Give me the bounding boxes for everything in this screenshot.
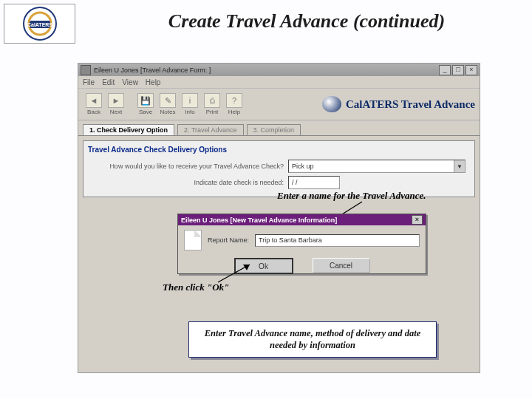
footer-instruction: Enter Travel Advance name, method of del…: [188, 321, 437, 358]
toolbar: ◄Back ►Next 💾Save ✎Notes iInfo ⎙Print ?H…: [78, 89, 480, 120]
document-icon: [184, 230, 202, 250]
print-icon: ⎙: [204, 93, 220, 108]
tab-travel-advance[interactable]: 2. Travel Advance: [177, 124, 244, 135]
dialog-close-button[interactable]: ×: [412, 215, 423, 225]
save-button[interactable]: 💾Save: [134, 93, 157, 115]
back-icon: ◄: [86, 93, 102, 108]
help-icon: ?: [226, 93, 242, 108]
annotation-enter-name: Enter a name for the Travel Advance.: [277, 190, 426, 202]
svg-text:CalATERS: CalATERS: [27, 22, 52, 27]
menu-help[interactable]: Help: [146, 78, 161, 86]
menu-bar: File Edit View Help: [78, 76, 480, 89]
tab-check-delivery[interactable]: 1. Check Delivery Option: [83, 124, 174, 135]
info-icon: i: [182, 93, 198, 108]
new-travel-advance-dialog: Eileen U Jones [New Travel Advance Infor…: [177, 214, 426, 274]
maximize-button[interactable]: □: [452, 65, 464, 75]
date-needed-label: Indicate date check is needed:: [88, 179, 288, 186]
info-label: Info: [185, 109, 194, 115]
close-button[interactable]: ×: [466, 65, 477, 75]
next-button[interactable]: ►Next: [105, 93, 127, 115]
dialog-title: Eileen U Jones [New Travel Advance Infor…: [181, 216, 412, 224]
notes-icon: ✎: [160, 93, 176, 108]
slide-title: Create Travel Advance (continued): [96, 10, 517, 33]
app-icon: [81, 65, 91, 75]
receive-check-label: How would you like to receive your Trave…: [88, 163, 288, 170]
notes-button[interactable]: ✎Notes: [157, 93, 179, 115]
receive-check-value: Pick up: [292, 163, 314, 170]
calaters-logo: CalATERS: [4, 4, 75, 44]
notes-label: Notes: [160, 109, 176, 115]
dialog-titlebar: Eileen U Jones [New Travel Advance Infor…: [178, 214, 426, 225]
next-icon: ►: [108, 93, 124, 108]
window-titlebar: Eileen U Jones [Travel Advance Form: ] _…: [78, 64, 480, 76]
window-title: Eileen U Jones [Travel Advance Form: ]: [94, 66, 437, 74]
tab-strip: 1. Check Delivery Option 2. Travel Advan…: [78, 120, 480, 136]
menu-file[interactable]: File: [83, 78, 95, 86]
minimize-button[interactable]: _: [439, 65, 451, 75]
print-button[interactable]: ⎙Print: [201, 93, 223, 115]
date-needed-input[interactable]: / /: [288, 176, 340, 189]
app-brand: CalATERS Travel Advance: [322, 96, 475, 112]
menu-edit[interactable]: Edit: [102, 78, 115, 86]
annotation-click-ok: Then click "Ok": [163, 282, 229, 293]
brand-logo-icon: [322, 96, 341, 112]
report-name-label: Report Name:: [208, 236, 249, 244]
menu-view[interactable]: View: [122, 78, 138, 86]
ok-button[interactable]: Ok: [234, 258, 293, 274]
brand-text: CalATERS Travel Advance: [346, 98, 475, 111]
ok-label: Ok: [259, 262, 268, 270]
date-needed-value: / /: [292, 179, 298, 186]
chevron-down-icon: ▼: [454, 160, 465, 172]
save-icon: 💾: [137, 93, 154, 108]
back-label: Back: [87, 109, 100, 115]
next-label: Next: [110, 109, 122, 115]
report-name-input[interactable]: Trip to Santa Barbara: [255, 234, 420, 247]
print-label: Print: [206, 109, 218, 115]
panel-title: Travel Advance Check Delivery Options: [88, 146, 470, 154]
help-label: Help: [228, 109, 240, 115]
cancel-button[interactable]: Cancel: [313, 258, 370, 273]
cancel-label: Cancel: [330, 262, 352, 270]
receive-check-select[interactable]: Pick up ▼: [288, 160, 466, 173]
delivery-options-panel: Travel Advance Check Delivery Options Ho…: [83, 140, 475, 197]
report-name-value: Trip to Santa Barbara: [259, 236, 322, 244]
help-button[interactable]: ?Help: [223, 93, 245, 115]
info-button[interactable]: iInfo: [179, 93, 201, 115]
back-button[interactable]: ◄Back: [83, 93, 105, 115]
tab-completion[interactable]: 3. Completion: [247, 124, 301, 135]
save-label: Save: [139, 109, 152, 115]
